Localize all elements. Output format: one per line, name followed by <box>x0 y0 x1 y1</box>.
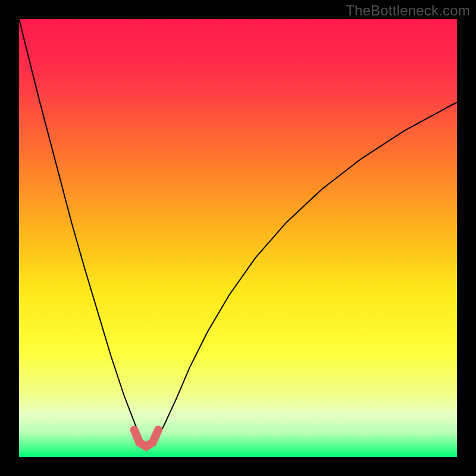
chart-container: TheBottleneck.com <box>0 0 476 476</box>
watermark-text: TheBottleneck.com <box>346 2 470 19</box>
chart-svg <box>0 0 476 476</box>
plot-background <box>19 19 457 457</box>
